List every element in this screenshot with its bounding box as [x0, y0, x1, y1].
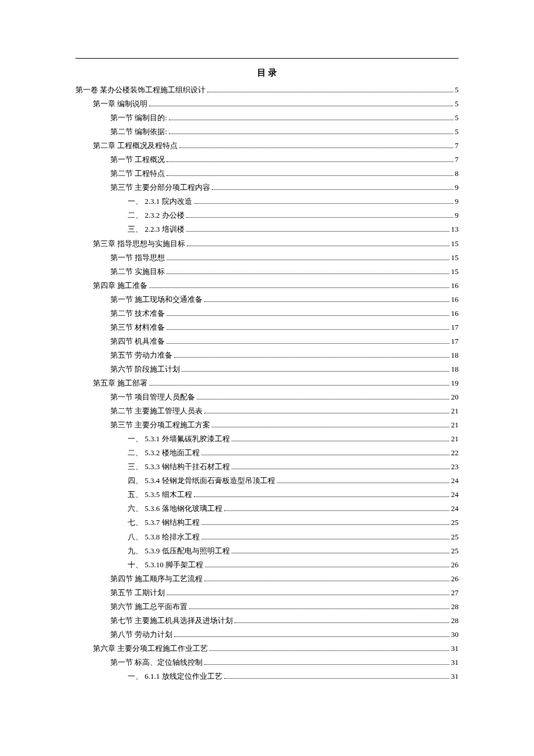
- toc-entry-page: 9: [455, 181, 459, 195]
- toc-entry-page: 5: [455, 97, 459, 111]
- toc-entry-text: 第一节 施工现场和交通准备: [110, 293, 203, 307]
- toc-entry: 第一节 指导思想15: [75, 251, 459, 265]
- toc-dots: [201, 524, 450, 525]
- toc-entry-text: 三、 2.2.3 培训楼: [128, 222, 185, 236]
- toc-entry-text: 第三节 主要分部分项工程内容: [110, 181, 210, 195]
- toc-entry-page: 28: [451, 614, 459, 628]
- toc-entry: 三、 5.3.3 钢结构干挂石材工程23: [75, 460, 459, 474]
- toc-title: 目 录: [75, 67, 459, 78]
- toc-entry: 第一节 工程概况7: [75, 153, 459, 167]
- toc-entry: 十、 5.3.10 脚手架工程26: [75, 558, 459, 572]
- toc-dots: [232, 469, 450, 469]
- toc-dots: [207, 92, 453, 92]
- toc-entry-text: 二、 5.3.2 楼地面工程: [128, 446, 200, 460]
- toc-entry: 第四节 机具准备17: [75, 334, 459, 348]
- toc-entry: 第六节 阶段施工计划18: [75, 362, 459, 376]
- toc-entry-text: 第一节 指导思想: [110, 251, 165, 265]
- toc-entry-page: 13: [451, 222, 459, 236]
- toc-entry-text: 第三节 材料准备: [110, 321, 165, 334]
- toc-entry: 一、 6.1.1 放线定位作业工艺31: [75, 669, 459, 683]
- toc-entry: 第一节 编制目的:5: [75, 111, 459, 125]
- toc-entry: 第二章 工程概况及程特点7: [75, 139, 459, 153]
- toc-entry: 第一节 标高、定位轴线控制31: [75, 656, 459, 669]
- toc-entry-page: 24: [451, 502, 459, 516]
- toc-entry-text: 五、 5.3.5 细木工程: [128, 488, 192, 502]
- toc-entry-page: 21: [451, 432, 459, 446]
- toc-entry-text: 第三章 指导思想与实施目标: [93, 237, 185, 251]
- toc-entry-page: 17: [451, 334, 459, 348]
- toc-entry-page: 25: [451, 544, 459, 558]
- toc-entry: 一、 2.3.1 院内改造9: [75, 195, 459, 208]
- toc-entry-text: 九、 5.3.9 低压配电与照明工程: [128, 544, 230, 558]
- toc-entry-text: 第五节 劳动力准备: [110, 348, 172, 362]
- toc-dots: [232, 553, 450, 553]
- toc-body: 第一卷 某办公楼装饰工程施工组织设计5第一章 编制说明5第一节 编制目的:5第二…: [75, 83, 459, 683]
- toc-entry-page: 16: [451, 293, 459, 307]
- toc-dots: [204, 664, 449, 665]
- toc-entry-page: 21: [451, 404, 459, 418]
- toc-entry-text: 第二节 工程特点: [110, 167, 165, 181]
- toc-entry: 第一节 项目管理人员配备20: [75, 390, 459, 404]
- toc-entry: 七、 5.3.7 钢结构工程25: [75, 516, 459, 530]
- toc-dots: [204, 581, 449, 581]
- toc-entry-text: 第一节 项目管理人员配备: [110, 390, 195, 404]
- toc-entry-text: 六、 5.3.6 落地钢化玻璃工程: [128, 502, 222, 516]
- toc-entry-page: 31: [451, 656, 459, 669]
- toc-entry-page: 15: [451, 237, 459, 251]
- toc-entry: 第二节 实施目标15: [75, 265, 459, 279]
- toc-entry-text: 第一章 编制说明: [93, 97, 147, 111]
- toc-entry: 第三章 指导思想与实施目标15: [75, 237, 459, 251]
- toc-dots: [277, 483, 450, 483]
- toc-entry-text: 第二节 技术准备: [110, 307, 165, 321]
- toc-entry-text: 第一节 工程概况: [110, 153, 165, 167]
- toc-entry-text: 第四节 机具准备: [110, 334, 165, 348]
- toc-entry-page: 25: [451, 530, 459, 544]
- toc-dots: [174, 636, 449, 637]
- toc-dots: [167, 161, 453, 162]
- toc-entry-text: 一、 2.3.1 院内改造: [128, 195, 192, 208]
- toc-entry-text: 四、 5.3.4 轻钢龙骨纸面石膏板造型吊顶工程: [128, 474, 275, 488]
- toc-entry: 第五章 施工部署19: [75, 376, 459, 390]
- toc-entry: 第五节 工期计划27: [75, 586, 459, 600]
- toc-entry-page: 18: [451, 348, 459, 362]
- toc-dots: [167, 315, 449, 316]
- toc-entry-page: 15: [451, 251, 459, 265]
- toc-dots: [167, 260, 449, 260]
- toc-dots: [174, 357, 449, 358]
- toc-entry-page: 25: [451, 516, 459, 530]
- toc-entry-page: 19: [451, 376, 459, 390]
- toc-entry-page: 21: [451, 418, 459, 432]
- toc-entry-text: 第二节 编制依据:: [110, 125, 167, 139]
- toc-dots: [149, 287, 449, 288]
- toc-entry: 第一卷 某办公楼装饰工程施工组织设计5: [75, 83, 459, 97]
- toc-entry-text: 一、 5.3.1 外墙氟碳乳胶漆工程: [128, 432, 230, 446]
- toc-dots: [194, 203, 453, 204]
- toc-dots: [204, 413, 449, 413]
- toc-dots: [210, 650, 449, 651]
- toc-entry-text: 一、 6.1.1 放线定位作业工艺: [128, 669, 222, 683]
- toc-entry-text: 第二节 主要施工管理人员表: [110, 404, 203, 418]
- toc-entry: 第二节 编制依据:5: [75, 125, 459, 139]
- toc-entry-text: 第八节 劳动力计划: [110, 628, 172, 642]
- toc-dots: [167, 595, 449, 595]
- toc-entry-page: 16: [451, 279, 459, 293]
- toc-entry-page: 7: [455, 153, 459, 167]
- toc-entry: 三、 2.2.3 培训楼13: [75, 222, 459, 236]
- toc-entry: 第六章 主要分项工程施工作业工艺31: [75, 642, 459, 656]
- toc-dots: [169, 134, 453, 134]
- toc-dots: [224, 510, 450, 511]
- toc-entry-text: 第三节 主要分项工程施工方案: [110, 418, 210, 432]
- toc-entry-page: 8: [455, 167, 459, 181]
- toc-entry: 第五节 劳动力准备18: [75, 348, 459, 362]
- toc-dots: [179, 147, 453, 148]
- toc-dots: [212, 189, 453, 190]
- toc-dots: [149, 106, 453, 106]
- toc-dots: [149, 385, 449, 386]
- toc-entry: 八、 5.3.8 给排水工程25: [75, 530, 459, 544]
- toc-dots: [186, 217, 453, 218]
- toc-entry-text: 第四章 施工准备: [93, 279, 147, 293]
- toc-entry-text: 第二章 工程概况及程特点: [93, 139, 178, 153]
- toc-entry-page: 16: [451, 307, 459, 321]
- toc-entry-text: 三、 5.3.3 钢结构干挂石材工程: [128, 460, 230, 474]
- toc-entry-page: 30: [451, 628, 459, 642]
